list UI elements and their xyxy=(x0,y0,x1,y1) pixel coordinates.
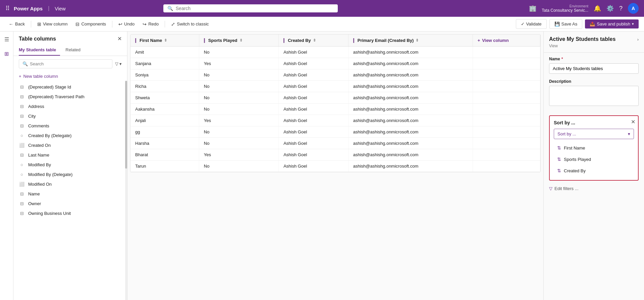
sidebar-list-item[interactable]: ⊟Comments xyxy=(13,121,127,131)
filter-icon: ▽ xyxy=(115,61,118,66)
undo-button[interactable]: ↩ Undo xyxy=(115,20,138,28)
sidebar-list-item[interactable]: ⊟Address xyxy=(13,102,127,111)
table-row[interactable]: Richa No Ashish Goel ashish@ashishg.onmi… xyxy=(130,81,540,92)
table-row[interactable]: gg No Ashish Goel ashish@ashishg.onmicro… xyxy=(130,126,540,138)
table-row[interactable]: Harsha No Ashish Goel ashish@ashishg.onm… xyxy=(130,138,540,149)
cell-email: ashish@ashishg.onmicrosoft.com xyxy=(348,69,473,81)
table-row[interactable]: Soniya No Ashish Goel ashish@ashishg.onm… xyxy=(130,69,540,81)
table-row[interactable]: Bharat Yes Ashish Goel ashish@ashishg.on… xyxy=(130,149,540,161)
sidebar-tab-my-students[interactable]: My Students table xyxy=(19,45,60,56)
sidebar-list-item[interactable]: ⊟City xyxy=(13,111,127,121)
sidebar-search-box[interactable]: 🔍 xyxy=(19,59,112,68)
components-button[interactable]: ⊟ Components xyxy=(72,20,109,28)
right-panel: Active My Students tables › View Name * … xyxy=(543,32,644,300)
sidebar-search-input[interactable] xyxy=(30,61,109,66)
table-column-header[interactable]: Created By⇕ xyxy=(279,35,348,47)
sidebar-list-item[interactable]: ⬜Created On xyxy=(13,140,127,150)
calendar-icon: ⬜ xyxy=(19,143,25,148)
cell-createdby: Ashish Goel xyxy=(279,69,348,81)
app-grid-icon[interactable]: ⠿ xyxy=(5,5,10,12)
data-table-wrapper[interactable]: First Name⇕Sports Played⇕Created By⇕Prim… xyxy=(127,32,543,300)
sidebar-list-item[interactable]: ○Modified By (Delegate) xyxy=(13,170,127,179)
cell-createdby: Ashish Goel xyxy=(279,81,348,92)
sort-icon: ⇕ xyxy=(416,38,419,43)
save-publish-button[interactable]: 📤 Save and publish ▾ xyxy=(585,19,639,28)
validate-label: Validate xyxy=(526,21,542,26)
toolbar: ← Back ⊞ View column ⊟ Components ↩ Undo… xyxy=(0,17,644,32)
filter-icon-2: ▽ xyxy=(549,186,552,191)
sidebar-list-item[interactable]: ⊟(Deprecated) Stage Id xyxy=(13,82,127,92)
sidebar-list-item[interactable]: ⊟(Deprecated) Traversed Path xyxy=(13,92,127,102)
sidebar-close-button[interactable]: ✕ xyxy=(117,36,122,42)
help-icon[interactable]: ? xyxy=(619,5,623,12)
close-sort-button[interactable]: ✕ xyxy=(631,119,635,125)
col-line-icon xyxy=(283,38,284,43)
validate-button[interactable]: ✓ Validate xyxy=(516,19,547,29)
sort-option[interactable]: ⇅Created By xyxy=(554,165,634,176)
sidebar-list-item[interactable]: ⊟Owner xyxy=(13,199,127,208)
cell-email: ashish@ashishg.onmicrosoft.com xyxy=(348,115,473,126)
add-column-header[interactable]: +View column xyxy=(473,35,540,47)
sort-dropdown[interactable]: Sort by ... ▾ xyxy=(554,129,634,139)
text-icon: ⊟ xyxy=(19,84,25,89)
environment-info: Environment Tata Consultancy Servic... xyxy=(542,4,588,13)
cell-empty xyxy=(473,81,540,92)
switch-classic-button[interactable]: ⤢ Switch to classic xyxy=(168,20,212,28)
cell-createdby: Ashish Goel xyxy=(279,58,348,69)
edit-filters-button[interactable]: ▽ Edit filters ... xyxy=(544,183,644,194)
text-icon: ⊟ xyxy=(19,153,25,158)
sidebar-list-item[interactable]: ○Created By (Delegate) xyxy=(13,131,127,140)
sidebar-list-item[interactable]: ⊟Name xyxy=(13,189,127,199)
redo-button[interactable]: ↪ Redo xyxy=(139,20,162,28)
table-row[interactable]: Tarun No Ashish Goel ashish@ashishg.onmi… xyxy=(130,161,540,172)
sidebar-list-item[interactable]: ⊟Owning Business Unit xyxy=(13,208,127,218)
table-row[interactable]: Shweta No Ashish Goel ashish@ashishg.onm… xyxy=(130,92,540,104)
cell-email: ashish@ashishg.onmicrosoft.com xyxy=(348,161,473,172)
settings-icon[interactable]: ⚙️ xyxy=(606,5,614,12)
divider-1 xyxy=(544,52,644,53)
cell-sportsplayed: No xyxy=(199,47,278,58)
global-search-input[interactable] xyxy=(176,6,334,11)
cell-sportsplayed: No xyxy=(199,69,278,81)
plus-icon-table: + xyxy=(478,38,480,43)
filter-button[interactable]: ▽ ▾ xyxy=(115,61,122,66)
sidebar-list-item[interactable]: ○Modified By xyxy=(13,160,127,170)
cell-firstname: Anjali xyxy=(130,115,199,126)
chevron-right-icon[interactable]: › xyxy=(637,37,639,42)
sidebar-list-item[interactable]: ⬜Modified On xyxy=(13,179,127,189)
cell-empty xyxy=(473,92,540,104)
person-icon: ⊟ xyxy=(19,201,25,206)
user-avatar[interactable]: A xyxy=(628,3,639,14)
view-column-button[interactable]: ⊞ View column xyxy=(34,20,71,28)
cell-sportsplayed: No xyxy=(199,104,278,115)
nav-separator: | xyxy=(48,5,49,11)
global-search-bar[interactable]: 🔍 xyxy=(163,4,338,12)
table-row[interactable]: Anjali Yes Ashish Goel ashish@ashishg.on… xyxy=(130,115,540,126)
hamburger-icon[interactable]: ☰ xyxy=(3,35,10,44)
undo-label: Undo xyxy=(124,21,135,26)
back-label: Back xyxy=(15,21,25,26)
table-column-header[interactable]: Sports Played⇕ xyxy=(199,35,278,47)
name-field-input[interactable] xyxy=(549,63,639,74)
table-row[interactable]: Aakansha No Ashish Goel ashish@ashishg.o… xyxy=(130,104,540,115)
description-field-input[interactable] xyxy=(549,86,639,106)
sort-option[interactable]: ⇅First Name xyxy=(554,142,634,153)
new-column-button[interactable]: + New table column xyxy=(13,72,127,81)
table-icon[interactable]: ⊞ xyxy=(3,49,10,58)
edit-filters-label: Edit filters ... xyxy=(554,186,579,191)
notifications-icon[interactable]: 🔔 xyxy=(594,5,601,12)
top-nav: ⠿ Power Apps | View 🔍 🏢 Environment Tata… xyxy=(0,0,644,17)
table-column-header[interactable]: Primary Email (Created By)⇕ xyxy=(348,35,473,47)
name-section: Name * xyxy=(544,57,644,79)
table-row[interactable]: Sanjana Yes Ashish Goel ashish@ashishg.o… xyxy=(130,58,540,69)
sort-option[interactable]: ⇅Sports Played xyxy=(554,154,634,165)
text-icon: ⊟ xyxy=(19,94,25,99)
sidebar-list-item[interactable]: ⊟Last Name xyxy=(13,150,127,160)
back-button[interactable]: ← Back xyxy=(5,20,28,28)
save-as-button[interactable]: 💾 Save As xyxy=(549,19,583,29)
table-row[interactable]: Amit No Ashish Goel ashish@ashishg.onmic… xyxy=(130,47,540,58)
sidebar-tab-related[interactable]: Related xyxy=(65,45,85,56)
sidebar-title: Table columns xyxy=(19,36,56,42)
cell-firstname: Tarun xyxy=(130,161,199,172)
table-column-header[interactable]: First Name⇕ xyxy=(130,35,199,47)
